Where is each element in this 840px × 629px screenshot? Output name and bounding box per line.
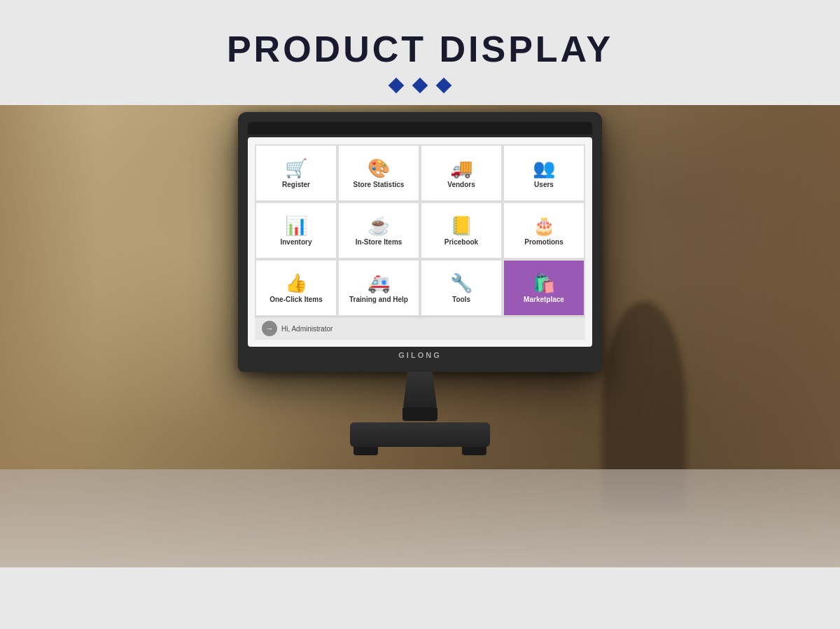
stand-feet — [354, 447, 486, 455]
app-tile-promotions[interactable]: 🎂Promotions — [504, 203, 584, 258]
users-icon: 👥 — [533, 159, 555, 177]
app-grid: 🛒Register🎨Store Statistics🚚Vendors👥Users… — [255, 144, 585, 317]
users-label: Users — [534, 181, 554, 189]
status-text: Hi, Administrator — [281, 325, 332, 333]
monitor-brand: GILONG — [248, 347, 592, 365]
promotions-icon: 🎂 — [533, 216, 555, 235]
app-tile-marketplace[interactable]: 🛍️Marketplace — [504, 261, 584, 315]
screen-inner: 🛒Register🎨Store Statistics🚚Vendors👥Users… — [248, 137, 592, 347]
decorative-diamonds — [0, 80, 840, 91]
tools-icon: 🔧 — [450, 274, 472, 292]
vendors-label: Vendors — [447, 181, 475, 189]
one-click-items-label: One-Click Items — [270, 296, 323, 304]
app-tile-pricebook[interactable]: 📒Pricebook — [421, 203, 501, 258]
background-scene: 🛒Register🎨Store Statistics🚚Vendors👥Users… — [0, 105, 840, 567]
monitor-top-bar — [248, 122, 592, 134]
pos-monitor: 🛒Register🎨Store Statistics🚚Vendors👥Users… — [238, 112, 602, 455]
monitor-screen: 🛒Register🎨Store Statistics🚚Vendors👥Users… — [248, 137, 592, 347]
pricebook-label: Pricebook — [444, 238, 478, 247]
monitor-frame: 🛒Register🎨Store Statistics🚚Vendors👥Users… — [238, 112, 602, 372]
bg-counter — [0, 469, 840, 567]
diamond-1 — [388, 78, 405, 94]
register-icon: 🛒 — [285, 159, 307, 177]
store-statistics-icon: 🎨 — [368, 159, 390, 177]
in-store-items-label: In-Store Items — [356, 238, 402, 247]
monitor-stand — [238, 372, 602, 455]
inventory-icon: 📊 — [285, 216, 307, 235]
app-tile-tools[interactable]: 🔧Tools — [421, 261, 501, 315]
pricebook-icon: 📒 — [450, 216, 472, 235]
marketplace-icon: 🛍️ — [533, 274, 555, 292]
tools-label: Tools — [452, 296, 470, 304]
app-tile-users[interactable]: 👥Users — [504, 146, 584, 200]
stand-foot-left — [354, 447, 378, 455]
diamond-3 — [436, 78, 452, 94]
user-avatar-icon: → — [262, 321, 277, 336]
app-tile-in-store-items[interactable]: ☕In-Store Items — [339, 203, 419, 258]
inventory-label: Inventory — [280, 238, 312, 247]
stand-joint — [402, 407, 438, 421]
app-tile-vendors[interactable]: 🚚Vendors — [421, 146, 501, 200]
training-and-help-icon: 🚑 — [368, 274, 390, 292]
app-tile-store-statistics[interactable]: 🎨Store Statistics — [339, 146, 419, 200]
diamond-2 — [412, 78, 428, 94]
promotions-label: Promotions — [524, 238, 564, 247]
training-and-help-label: Training and Help — [349, 296, 408, 304]
one-click-items-icon: 👍 — [285, 274, 307, 292]
status-bar: → Hi, Administrator — [255, 317, 585, 340]
page-title: PRODUCT DISPLAY — [0, 28, 840, 70]
in-store-items-icon: ☕ — [368, 216, 390, 235]
stand-neck — [399, 372, 441, 407]
app-tile-one-click-items[interactable]: 👍One-Click Items — [256, 261, 336, 315]
vendors-icon: 🚚 — [450, 159, 472, 177]
app-tile-inventory[interactable]: 📊Inventory — [256, 203, 336, 258]
register-label: Register — [282, 181, 310, 189]
stand-foot-right — [462, 447, 486, 455]
store-statistics-label: Store Statistics — [354, 181, 405, 189]
header-section: PRODUCT DISPLAY — [0, 0, 840, 105]
stand-base — [350, 422, 490, 447]
app-tile-register[interactable]: 🛒Register — [256, 146, 336, 200]
app-tile-training-and-help[interactable]: 🚑Training and Help — [339, 261, 419, 315]
marketplace-label: Marketplace — [524, 296, 564, 304]
